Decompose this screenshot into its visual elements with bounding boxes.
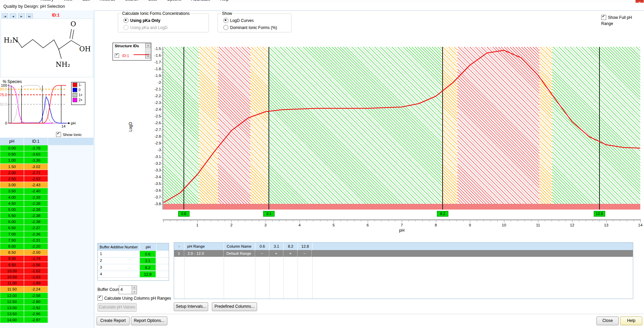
ph-column-header[interactable]: pH: [0, 138, 24, 145]
ph-ranges-table[interactable]: ▲pH RangeColumn Name0.63.18.212.812.0 - …: [174, 242, 633, 299]
ph-marker-badge[interactable]: 12.8: [594, 211, 605, 217]
x-tick-label: 7: [397, 223, 407, 227]
calc-using-columns-checkbox[interactable]: ✔Calculate Using Columns pH Ranges: [97, 295, 171, 301]
sign-cell[interactable]: −: [298, 250, 312, 257]
y-minor-tick: [161, 194, 162, 194]
x-tick-label: 12: [567, 223, 577, 227]
buffer-ph-cell[interactable]: 12.8: [140, 271, 156, 277]
y-tick-label: -3.4: [147, 175, 161, 179]
legend-item: 1+: [72, 92, 85, 98]
structure-id-row[interactable]: ✔ ID:1: [115, 52, 129, 58]
x-tick: [620, 220, 620, 221]
y-tick-label: -3.3: [147, 168, 161, 172]
y-tick: [161, 110, 162, 110]
column-header[interactable]: 3.1: [270, 243, 284, 250]
table-row: 1.50-3.02: [0, 164, 94, 170]
radio-dominant-ionic-forms[interactable]: Dominant Ionic Forms (%): [223, 24, 277, 30]
selected-range-row[interactable]: 12.0 - 12.0Default Range−++−: [174, 250, 633, 257]
buffer-ph-cell[interactable]: 3.1: [140, 257, 156, 264]
species-x-axis-title: pH: [71, 121, 76, 125]
help-button[interactable]: Help: [620, 317, 642, 325]
x-tick: [279, 220, 279, 221]
y-minor-tick: [161, 174, 162, 174]
table-row[interactable]: 38.2: [98, 264, 169, 271]
sign-cell[interactable]: +: [283, 250, 298, 257]
ph-table-header: pH ID:1: [0, 138, 94, 145]
y-minor-tick: [161, 167, 162, 167]
x-tick: [211, 220, 211, 221]
x-tick: [259, 220, 259, 221]
y-tick-label: -1.5: [147, 47, 161, 51]
ph-marker-badge[interactable]: 0.6: [178, 211, 190, 217]
x-tick: [586, 220, 586, 221]
y-minor-tick: [161, 187, 162, 188]
buffer-count-stepper[interactable]: 4 ▲ ▼: [119, 285, 137, 294]
y-tick: [161, 204, 162, 204]
logd-chart-plot-area[interactable]: [163, 47, 640, 210]
radio-using-pka-and-logd[interactable]: Using pKa and LogD: [123, 24, 168, 30]
table-row: 2.00-2.71: [0, 170, 94, 176]
x-tick: [402, 220, 402, 222]
ph-marker-badge[interactable]: 8.2: [437, 211, 448, 217]
setup-intervals-button[interactable]: Setup Intervals...: [174, 302, 208, 311]
table-row: 13.00-2.92: [0, 305, 94, 311]
create-report-button[interactable]: Create Report: [96, 317, 130, 325]
x-tick: [388, 220, 389, 221]
close-button[interactable]: Close: [596, 317, 619, 325]
radio-using-pka-only[interactable]: Using pKa Only: [123, 17, 160, 23]
legend-item: 1-: [72, 82, 85, 87]
x-tick: [525, 220, 525, 221]
table-row: 14.00-2.97: [0, 317, 94, 323]
table-row[interactable]: 23.1: [98, 257, 169, 264]
table-row[interactable]: 10.6: [98, 251, 169, 257]
y-tick-label: -2.3: [147, 101, 161, 105]
grid-line: [184, 257, 185, 299]
y-tick: [161, 103, 162, 103]
x-tick: [579, 220, 579, 221]
ph-cell: 5.50: [0, 213, 24, 219]
sign-cell[interactable]: +: [269, 250, 283, 257]
logd-cell: -2.96: [24, 311, 48, 317]
column-header[interactable]: 8.2: [284, 243, 298, 250]
calculate-ph-values-button[interactable]: Calculate pH Values: [97, 303, 137, 312]
radio-label: LogD Curves: [230, 18, 254, 23]
ph-cell: 8.00: [0, 243, 24, 249]
y-tick-label: -2.7: [147, 128, 161, 132]
table-row: 12.00-2.58: [0, 293, 94, 299]
report-options-button[interactable]: Report Options...: [131, 317, 167, 325]
radio-logd-curves[interactable]: LogD Curves: [223, 17, 254, 23]
buffer-ph-cell[interactable]: 0.6: [140, 251, 156, 257]
buffer-ph-cell[interactable]: 8.2: [140, 264, 156, 271]
column-header[interactable]: 12.8: [298, 243, 313, 250]
logd-cell: -2.71: [24, 170, 48, 176]
column-header[interactable]: Column Name: [224, 243, 255, 250]
x-tick: [320, 220, 320, 221]
x-tick: [191, 220, 191, 221]
table-row[interactable]: 412.8: [98, 271, 169, 278]
table-row: 8.50-2.00: [0, 249, 94, 255]
radio-icon: [123, 18, 129, 23]
clipped-menu-bar: History View Edit Records Search Lists O…: [0, 0, 644, 3]
column-header[interactable]: pH Range: [185, 243, 224, 250]
checkbox-icon: ✔: [601, 15, 606, 20]
column-header[interactable]: 0.6: [255, 243, 270, 250]
legend-color-swatch: [73, 93, 77, 97]
ph-cell: 6.50: [0, 225, 24, 231]
stepper-up-icon[interactable]: ▲: [132, 286, 137, 290]
sign-cell[interactable]: −: [255, 250, 269, 257]
empty-column-header: [48, 138, 94, 145]
sort-icon[interactable]: ▲: [174, 243, 185, 250]
show-full-ph-range-checkbox[interactable]: ✔Show Full pH Range: [601, 14, 644, 26]
legend-color-swatch: [73, 83, 77, 87]
predefined-columns-button[interactable]: Predefined Columns...: [212, 302, 257, 311]
y-tick: [161, 49, 162, 49]
ph-cell: 2.00: [0, 170, 24, 176]
grid-line: [298, 257, 298, 299]
ph-marker-badge[interactable]: 3.1: [263, 211, 275, 217]
id1-column-header[interactable]: ID:1: [24, 138, 48, 145]
stepper-down-icon[interactable]: ▼: [132, 290, 137, 294]
buffer-number-cell: 3: [98, 264, 140, 271]
x-tick-label: 13: [601, 223, 611, 227]
x-tick: [531, 220, 532, 221]
h2n-label: H₂N: [4, 36, 18, 44]
